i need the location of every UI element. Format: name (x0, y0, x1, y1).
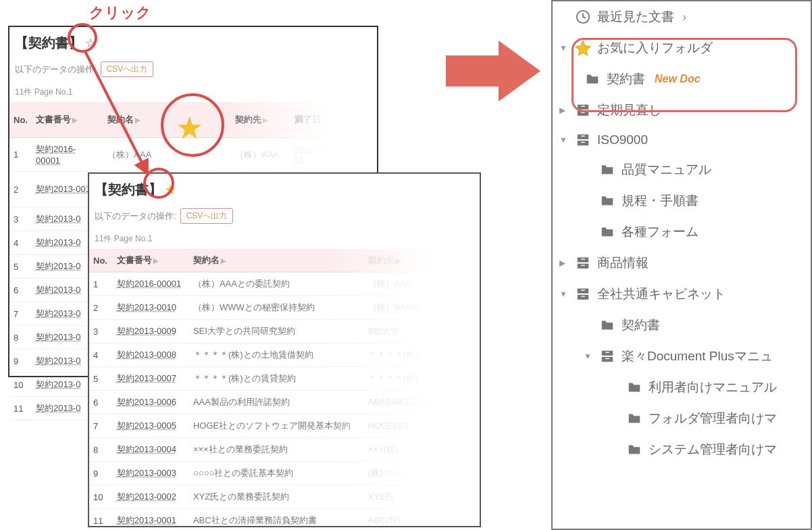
tree-item[interactable]: 商品情報 (553, 247, 811, 279)
tree-item[interactable]: 規程・手順書 (553, 185, 811, 216)
col-docno[interactable]: 文書番号▶ (113, 249, 189, 272)
caret-down-icon[interactable] (584, 352, 593, 361)
cell-name: （株）AAAとの委託契約 (189, 272, 364, 296)
panel1-page-info: 11件 Page No.1 (9, 80, 377, 102)
tree-item-label: 各種フォーム (621, 223, 699, 241)
svg-rect-16 (578, 295, 589, 299)
col-docno[interactable]: 文書番号▶ (32, 102, 103, 138)
tree-item-label: フォルダ管理者向けマ (649, 410, 777, 427)
panel2-title: 【契約書】 (95, 180, 162, 199)
tree-item[interactable]: 品質マニュアル (553, 154, 811, 185)
table-row[interactable]: 6 契約2013-0006 AAA製品の利用許諾契約 ABABAB工業(株) 2… (89, 391, 480, 414)
caret-down-icon[interactable] (559, 289, 569, 299)
cell-done: 2015- (443, 391, 480, 414)
caret-right-icon[interactable] (559, 105, 569, 115)
tree-item[interactable]: システム管理者向けマ (553, 434, 811, 465)
folder-icon (626, 442, 643, 457)
svg-rect-15 (578, 289, 589, 293)
csv-export-button[interactable]: CSVへ出力 (101, 62, 154, 77)
caret-down-icon[interactable] (559, 43, 569, 53)
col-name[interactable]: 契約名▶ (189, 249, 364, 272)
cell-no: 7 (89, 414, 113, 438)
col-partner[interactable]: 契約先▶ (231, 102, 290, 138)
tree-item[interactable]: 各種フォーム (553, 216, 811, 247)
table-row[interactable]: 10 契約2013-0002 XYZ氏との業務委託契約 XYZ氏 2014- (89, 485, 480, 509)
tree-item[interactable]: 契約書 (553, 310, 811, 341)
cabinet-icon (574, 103, 592, 118)
tree-item[interactable]: 楽々Document Plusマニュ (553, 341, 811, 372)
panel2-sub-label: 以下のデータの操作: (95, 210, 176, 222)
cell-docno[interactable]: 契約2013-0010 (113, 296, 189, 320)
col-done[interactable]: 満了日▶ (290, 102, 343, 138)
table-row[interactable]: 7 契約2013-0005 HOGE社とのソフトウェア開発基本契約 HOGE(株… (89, 414, 480, 438)
tree-item[interactable]: 全社共通キャビネット (553, 279, 811, 310)
table-row[interactable]: 3 契約2013-0009 SEI大学との共同研究契約 SEI大学 2014- (89, 320, 480, 343)
table-row[interactable]: 9 契約2013-0003 ○○○○社との委託基本契約 (株)○○○○ 2015… (89, 462, 480, 485)
cell-name: ○○○○社との委託基本契約 (189, 462, 364, 485)
cell-done: 2014- (443, 485, 480, 509)
favorite-star-outline-icon[interactable]: ☆ (85, 36, 96, 51)
tree-item[interactable]: 定期見直し (553, 95, 811, 126)
new-doc-badge: New Doc (655, 73, 701, 85)
cell-docno[interactable]: 契約2013-0001 (113, 509, 189, 531)
svg-rect-11 (578, 258, 589, 262)
cell-no: 4 (89, 343, 113, 367)
cell-no: 4 (9, 231, 32, 255)
cell-docno[interactable]: 契約2013-0007 (113, 367, 189, 391)
csv-export-button[interactable]: CSVへ出力 (180, 208, 234, 224)
folder-icon (626, 411, 643, 426)
cell-name: （株）AAA (103, 138, 231, 172)
tree-item-label: 規程・手順書 (621, 192, 699, 210)
caret-right-icon[interactable] (559, 258, 569, 268)
cell-docno[interactable]: 契約2013-0006 (113, 391, 189, 414)
folder-icon (599, 318, 616, 333)
cell-partner: HOGE(株) (364, 414, 444, 438)
tree-fav-folder[interactable]: 契約書 New Doc (553, 64, 811, 95)
tree-fav-folder-label: 契約書 (607, 70, 645, 88)
table-row[interactable]: 4 契約2013-0008 ＊＊＊＊(株)との土地賃借契約 ＊＊＊＊(株) 20… (89, 343, 480, 367)
annotation-click-label: クリック (89, 3, 151, 23)
col-done[interactable]: 満了日 (443, 249, 480, 272)
cell-docno[interactable]: 契約2013-0008 (113, 343, 189, 367)
cell-docno[interactable]: 契約2016-00001 (32, 138, 103, 172)
cell-partner: ABABAB工業(株) (364, 391, 444, 414)
cell-done: 2014- (443, 509, 480, 531)
tree-favorites[interactable]: お気に入りフォルダ (553, 32, 811, 64)
cell-no: 11 (89, 509, 113, 531)
svg-rect-22 (605, 358, 609, 359)
cell-done: 2018- (443, 272, 480, 296)
cell-no: 3 (9, 208, 32, 231)
tree-item[interactable]: フォルダ管理者向けマ (553, 403, 811, 434)
cell-no: 1 (89, 272, 113, 296)
table-row[interactable]: 2 契約2013-0010 （株）WWWとの秘密保持契約 （株）WWW 2014… (89, 296, 480, 320)
cell-docno[interactable]: 契約2013-0004 (113, 438, 189, 462)
cell-docno[interactable]: 契約2016-00001 (113, 272, 189, 296)
svg-rect-3 (578, 105, 589, 110)
svg-rect-5 (581, 106, 585, 107)
cell-partner: SEI大学 (364, 320, 444, 343)
cell-done: 2018-03-31 (290, 138, 343, 172)
table-row[interactable]: 5 契約2013-0007 ＊＊＊＊(株)との賃貸契約 ＊＊＊＊(株) 2014… (89, 367, 480, 391)
cell-name: ＊＊＊＊(株)との賃貸契約 (189, 367, 364, 391)
tree-item[interactable]: 利用者向けマニュアル (553, 372, 811, 403)
cell-docno[interactable]: 契約2013-0002 (113, 485, 189, 509)
col-partner[interactable]: 契約先▶ (364, 249, 444, 272)
cell-done: 2015- (443, 438, 480, 462)
tree-recent[interactable]: 最近見た文書 › (553, 1, 811, 32)
tree-item[interactable]: ISO9000 (553, 126, 811, 154)
svg-rect-9 (581, 136, 585, 137)
tree-item-label: 利用者向けマニュアル (649, 379, 777, 396)
table-row[interactable]: 1 契約2016-00001 （株）AAAとの委託契約 （株）AAA 2018- (89, 272, 480, 296)
annotation-big-arrow-icon (446, 41, 540, 101)
table-row[interactable]: 11 契約2013-0001 ABC社との清掃業務請負契約書 ABC(株) 20… (89, 509, 480, 531)
col-name[interactable]: 契約名▶ (103, 102, 231, 138)
cell-docno[interactable]: 契約2013-0003 (113, 462, 189, 485)
cell-no: 8 (89, 438, 113, 462)
cell-docno[interactable]: 契約2013-0009 (113, 320, 189, 343)
table-row[interactable]: 8 契約2013-0004 ×××社との業務委託契約 ×××(株) 2015- (89, 438, 480, 462)
col-extra: 契約書 (342, 102, 377, 138)
caret-down-icon[interactable] (559, 135, 569, 145)
cell-partner: （株）WWW (364, 296, 444, 320)
cell-docno[interactable]: 契約2013-0005 (113, 414, 189, 438)
favorite-star-filled-icon[interactable]: ★ (165, 183, 176, 197)
